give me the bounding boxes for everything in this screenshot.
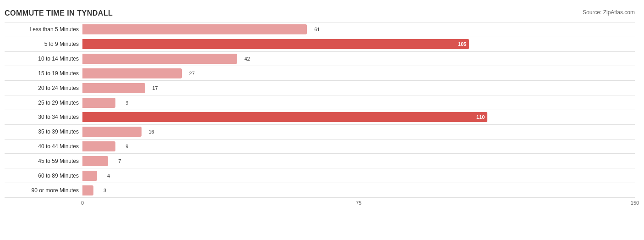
bar-row: 90 or more Minutes3 (5, 183, 635, 198)
bar-row: 20 to 24 Minutes17 (5, 81, 635, 95)
bar-fill: 4 (82, 171, 97, 181)
bar-row: 60 to 89 Minutes4 (5, 168, 635, 183)
bar-row: 45 to 59 Minutes7 (5, 154, 635, 168)
bar-value-label: 16 (148, 129, 154, 134)
bar-track: 9 (82, 98, 635, 108)
bar-fill: 3 (82, 185, 93, 195)
bar-track: 61 (82, 24, 635, 34)
bar-label: 35 to 39 Minutes (5, 128, 82, 135)
bar-row: 30 to 34 Minutes110 (5, 110, 635, 125)
bar-value-label: 4 (107, 173, 110, 179)
bar-value-label: 17 (152, 85, 158, 91)
bar-row: 5 to 9 Minutes105 (5, 37, 635, 52)
bar-value-label: 61 (314, 27, 320, 32)
bar-fill: 7 (82, 156, 108, 166)
bar-fill: 17 (82, 83, 145, 93)
bar-fill: 61 (82, 24, 307, 34)
bar-label: 20 to 24 Minutes (5, 85, 82, 91)
bar-row: 25 to 29 Minutes9 (5, 95, 635, 110)
bar-row: 35 to 39 Minutes16 (5, 125, 635, 140)
bar-fill: 9 (82, 98, 115, 108)
bar-value-label: 42 (244, 56, 250, 61)
bar-label: 45 to 59 Minutes (5, 158, 82, 164)
x-axis-tick: 0 (81, 200, 84, 206)
bar-label: 60 to 89 Minutes (5, 173, 82, 179)
bar-value-label: 3 (104, 188, 106, 193)
chart-area: Less than 5 Minutes615 to 9 Minutes10510… (5, 22, 635, 212)
bar-label: 30 to 34 Minutes (5, 114, 82, 120)
bar-row: 10 to 14 Minutes42 (5, 52, 635, 67)
x-axis-tick: 75 (356, 200, 361, 206)
bar-row: 40 to 44 Minutes9 (5, 140, 635, 154)
bar-fill: 42 (82, 54, 237, 64)
bar-track: 7 (82, 156, 635, 166)
bar-value-label: 27 (189, 71, 195, 76)
bar-row: 15 to 19 Minutes27 (5, 66, 635, 81)
bar-track: 42 (82, 54, 635, 64)
bar-track: 16 (82, 127, 635, 137)
bar-track: 110 (82, 112, 635, 122)
bar-label: 5 to 9 Minutes (5, 41, 82, 47)
bar-fill: 16 (82, 127, 142, 137)
bar-fill: 27 (82, 68, 182, 78)
bar-label: 15 to 19 Minutes (5, 70, 82, 77)
bar-fill: 105 (82, 39, 469, 49)
bar-track: 105 (82, 39, 635, 49)
bar-label: 40 to 44 Minutes (5, 143, 82, 150)
bar-label: 25 to 29 Minutes (5, 100, 82, 106)
bar-value-label: 105 (458, 41, 466, 47)
bar-label: 90 or more Minutes (5, 187, 82, 194)
source-text: Source: ZipAtlas.com (583, 9, 635, 16)
bar-value-label: 9 (126, 100, 128, 106)
bar-label: Less than 5 Minutes (5, 26, 82, 33)
bar-fill: 110 (82, 112, 487, 122)
bar-track: 17 (82, 83, 635, 93)
bar-track: 9 (82, 141, 635, 151)
bar-label: 10 to 14 Minutes (5, 56, 82, 62)
bar-row: Less than 5 Minutes61 (5, 22, 635, 37)
bar-value-label: 7 (118, 158, 121, 164)
chart-container: COMMUTE TIME IN TYNDALL Source: ZipAtlas… (0, 0, 644, 240)
bar-track: 27 (82, 68, 635, 78)
bar-value-label: 9 (126, 144, 128, 149)
bar-fill: 9 (82, 141, 115, 151)
x-axis: 075150 (82, 198, 635, 212)
bars-section: Less than 5 Minutes615 to 9 Minutes10510… (5, 22, 635, 198)
bar-track: 4 (82, 171, 635, 181)
bar-value-label: 110 (476, 114, 485, 120)
bar-track: 3 (82, 185, 635, 195)
chart-title: COMMUTE TIME IN TYNDALL (5, 9, 635, 17)
x-axis-tick: 150 (631, 200, 639, 206)
